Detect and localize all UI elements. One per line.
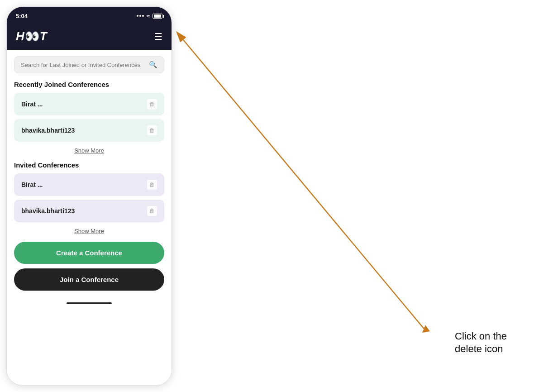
delete-invited-1[interactable]: 🗑 — [147, 180, 157, 190]
show-more-recently-joined[interactable]: Show More — [14, 147, 164, 154]
status-icons: ≈ — [137, 13, 162, 19]
signal-icon — [137, 15, 144, 17]
recently-joined-title: Recently Joined Conferences — [14, 81, 164, 88]
app-logo: H👀T — [16, 29, 48, 43]
search-bar[interactable]: 🔍 — [14, 56, 164, 73]
main-content: 🔍 Recently Joined Conferences Birat ... … — [7, 50, 172, 383]
search-input[interactable] — [21, 62, 149, 68]
delete-invited-2[interactable]: 🗑 — [147, 206, 157, 216]
recently-joined-name-1: Birat ... — [21, 100, 43, 108]
recently-joined-item-2[interactable]: bhavika.bharti123 🗑 — [14, 119, 164, 142]
svg-line-1 — [183, 40, 425, 330]
invited-name-2: bhavika.bharti123 — [21, 207, 75, 215]
invited-conferences-title: Invited Conferences — [14, 161, 164, 169]
phone-container: 5:04 ≈ H👀T ☰ 🔍 Recently Joined Conferenc… — [6, 6, 172, 386]
wifi-icon: ≈ — [147, 13, 150, 19]
invited-item-1[interactable]: Birat ... 🗑 — [14, 173, 164, 196]
app-header: H👀T ☰ — [7, 25, 172, 50]
annotation-text: Click on thedelete icon — [455, 330, 507, 356]
status-bar: 5:04 ≈ — [7, 7, 172, 25]
create-conference-button[interactable]: Create a Conference — [14, 242, 164, 264]
invited-item-2[interactable]: bhavika.bharti123 🗑 — [14, 200, 164, 222]
home-bar — [67, 302, 112, 304]
delete-recently-joined-1[interactable]: 🗑 — [147, 99, 157, 109]
search-icon: 🔍 — [149, 61, 157, 69]
recently-joined-item-1[interactable]: Birat ... 🗑 — [14, 93, 164, 115]
show-more-invited[interactable]: Show More — [14, 228, 164, 234]
svg-marker-2 — [422, 325, 430, 333]
time-display: 5:04 — [16, 13, 28, 19]
recently-joined-name-2: bhavika.bharti123 — [21, 127, 75, 134]
menu-button[interactable]: ☰ — [154, 31, 162, 42]
invited-name-1: Birat ... — [21, 181, 43, 188]
annotation-area: Click on thedelete icon — [167, 0, 534, 392]
join-conference-button[interactable]: Join a Conference — [14, 268, 164, 291]
home-indicator — [14, 298, 164, 307]
battery-icon — [153, 14, 162, 19]
delete-recently-joined-2[interactable]: 🗑 — [147, 125, 157, 135]
